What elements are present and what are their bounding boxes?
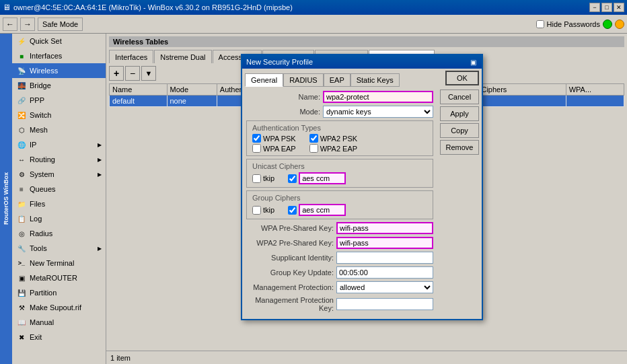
tkip-unicast-checkbox[interactable] [252, 174, 261, 183]
remove-button[interactable]: Remove [440, 140, 479, 155]
sidebar-item-log[interactable]: 📋 Log [12, 211, 106, 226]
app-icon: 🖥 [3, 3, 11, 12]
sidebar-label-files: Files [30, 200, 45, 208]
dialog-title-bar: New Security Profile ▣ [242, 55, 482, 69]
wpa-eap-checkbox[interactable] [252, 144, 261, 153]
cancel-button[interactable]: Cancel [440, 89, 479, 104]
copy-button[interactable]: Copy [440, 123, 479, 138]
sidebar-item-make-supout[interactable]: ⚒ Make Supout.rif [12, 300, 106, 315]
mgmt-protection-row: Management Protection: allowed [246, 281, 433, 293]
forward-button[interactable]: → [20, 17, 35, 31]
sidebar-label-mesh: Mesh [30, 126, 48, 134]
sidebar-item-mesh[interactable]: ⬡ Mesh [12, 122, 106, 137]
sidebar-item-quick-set[interactable]: ⚡ Quick Set [12, 34, 106, 48]
manual-icon: 📖 [16, 317, 27, 328]
sidebar-item-new-terminal[interactable]: >_ New Terminal [12, 256, 106, 270]
sidebar-label-exit: Exit [30, 333, 42, 341]
dialog-tab-general[interactable]: General [245, 73, 283, 87]
sidebar-item-ip[interactable]: 🌐 IP ▶ [12, 137, 106, 152]
supplicant-identity-row: Supplicant Identity: [246, 252, 433, 264]
sidebar-item-ppp[interactable]: 🔗 PPP [12, 93, 106, 108]
group-key-update-label: Group Key Update: [246, 268, 334, 277]
sidebar-label-bridge: Bridge [30, 81, 51, 89]
sidebar-item-switch[interactable]: 🔀 Switch [12, 108, 106, 122]
sidebar-item-files[interactable]: 📁 Files [12, 196, 106, 211]
dialog-close-icon[interactable]: ▣ [469, 59, 478, 66]
mode-select[interactable]: dynamic keys [323, 106, 433, 118]
sidebar-item-bridge[interactable]: 🌉 Bridge [12, 78, 106, 93]
title-bar: 🖥 owner@4C:5E:0C:AA:64:1E (MikroTik) - W… [0, 0, 627, 15]
tkip-group-item: tkip [252, 206, 274, 215]
mesh-icon: ⬡ [16, 124, 27, 135]
apply-button[interactable]: Apply [440, 106, 479, 121]
sidebar-item-manual[interactable]: 📖 Manual [12, 315, 106, 330]
tkip-group-checkbox[interactable] [252, 206, 261, 215]
system-icon: ⚙ [16, 169, 27, 180]
aes-ccm-unicast-input[interactable] [299, 172, 346, 184]
routing-icon: ↔ [16, 154, 27, 165]
maximize-button[interactable]: □ [601, 3, 612, 12]
exit-icon: ✖ [16, 332, 27, 342]
sidebar-item-tools[interactable]: 🔧 Tools ▶ [12, 241, 106, 256]
wpa-psk-key-input[interactable] [336, 222, 433, 234]
sidebar-item-exit[interactable]: ✖ Exit [12, 330, 106, 344]
close-button[interactable]: ✕ [614, 3, 624, 12]
mode-row: Mode: dynamic keys [246, 106, 433, 118]
tkip-unicast-item: tkip [252, 174, 274, 183]
sidebar-item-metarouter[interactable]: ▣ MetaROUTER [12, 270, 106, 285]
aes-ccm-group-input[interactable] [299, 204, 346, 216]
wpa2-eap-label: WPA2 EAP [320, 145, 357, 153]
sidebar-item-system[interactable]: ⚙ System ▶ [12, 167, 106, 182]
sidebar-item-partition[interactable]: 💾 Partition [12, 285, 106, 300]
auth-types-group: Authentication Types WPA PSK WPA2 PSK [246, 120, 433, 156]
minimize-button[interactable]: − [589, 3, 600, 12]
aes-ccm-unicast-checkbox[interactable] [288, 174, 297, 183]
sidebar-label-radius: Radius [30, 229, 52, 238]
dialog-tab-eap[interactable]: EAP [324, 73, 351, 87]
dialog-tab-static-keys[interactable]: Static Keys [351, 73, 400, 87]
wpa2-psk-checkbox[interactable] [309, 134, 318, 143]
wpa-psk-item: WPA PSK [252, 134, 296, 143]
wpa-psk-key-label: WPA Pre-Shared Key: [246, 224, 334, 232]
unicast-ciphers-group: Unicast Ciphers tkip [246, 159, 433, 188]
hide-passwords-checkbox[interactable] [536, 20, 544, 28]
sidebar-item-interfaces[interactable]: ■ Interfaces [12, 48, 106, 63]
interfaces-icon: ■ [16, 50, 27, 61]
wpa2-psk-key-input[interactable] [336, 237, 433, 249]
auth-checkboxes: WPA PSK WPA2 PSK [252, 134, 427, 143]
ok-button[interactable]: OK [445, 71, 479, 85]
group-ciphers-group: Group Ciphers tkip [246, 190, 433, 219]
routing-arrow-icon: ▶ [98, 157, 102, 163]
bridge-icon: 🌉 [16, 80, 27, 91]
group-ciphers-label: Group Ciphers [252, 194, 427, 202]
security-profile-dialog: New Security Profile ▣ General RADIUS EA… [241, 54, 483, 320]
group-cipher-items: tkip [252, 204, 427, 216]
group-key-update-row: Group Key Update: [246, 266, 433, 279]
mgmt-protection-label: Management Protection: [246, 283, 334, 291]
tkip-group-label: tkip [263, 206, 274, 214]
sidebar-item-routing[interactable]: ↔ Routing ▶ [12, 152, 106, 167]
wpa-eap-item: WPA EAP [252, 144, 296, 153]
mgmt-protection-select[interactable]: allowed [336, 281, 433, 293]
tools-icon: 🔧 [16, 243, 27, 254]
mgmt-protection-key-input[interactable] [336, 298, 433, 310]
sidebar-label-quick-set: Quick Set [30, 37, 62, 45]
group-key-update-input[interactable] [336, 266, 433, 279]
tools-arrow-icon: ▶ [98, 246, 102, 252]
sidebar-item-queues[interactable]: ≡ Queues [12, 182, 106, 196]
aes-ccm-group-checkbox[interactable] [288, 206, 297, 215]
sidebar-item-wireless[interactable]: 📡 Wireless [12, 63, 106, 78]
sidebar-item-radius[interactable]: ◎ Radius [12, 226, 106, 241]
files-icon: 📁 [16, 198, 27, 209]
sidebar-label-wireless: Wireless [30, 67, 58, 75]
metarouter-icon: ▣ [16, 272, 27, 283]
name-input[interactable] [323, 91, 433, 103]
supplicant-identity-input[interactable] [336, 252, 433, 264]
wpa2-eap-checkbox[interactable] [309, 144, 318, 153]
system-arrow-icon: ▶ [98, 172, 102, 178]
quickset-icon: ⚡ [16, 36, 27, 46]
safe-mode-button[interactable]: Safe Mode [38, 17, 83, 31]
back-button[interactable]: ← [3, 17, 17, 31]
wpa-psk-checkbox[interactable] [252, 134, 261, 143]
dialog-tab-radius[interactable]: RADIUS [283, 73, 324, 87]
